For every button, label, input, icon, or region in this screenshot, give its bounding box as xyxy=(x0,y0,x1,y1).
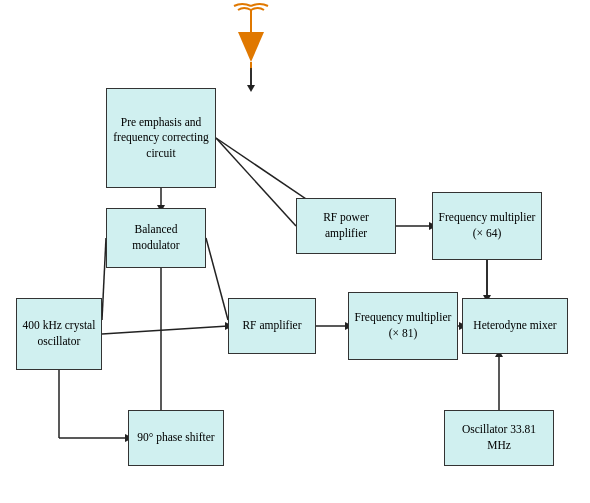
oscillator-block: Oscillator 33.81 MHz xyxy=(444,410,554,466)
freq-mult-64-block: Frequency multiplier (× 64) xyxy=(432,192,542,260)
svg-line-7 xyxy=(216,138,296,226)
rf-power-amplifier-block: RF power amplifier xyxy=(296,198,396,254)
crystal-oscillator-block: 400 kHz crystal oscillator xyxy=(16,298,102,370)
svg-marker-1 xyxy=(238,32,264,62)
svg-marker-4 xyxy=(247,85,255,92)
svg-line-15 xyxy=(206,238,228,320)
heterodyne-mixer-block: Heterodyne mixer xyxy=(462,298,568,354)
balanced-modulator-block: Balanced modulator xyxy=(106,208,206,268)
rf-amplifier-block: RF amplifier xyxy=(228,298,316,354)
antenna-icon xyxy=(226,2,276,70)
block-diagram: Pre emphasis and frequency correcting ci… xyxy=(0,0,590,503)
phase-shifter-block: 90° phase shifter xyxy=(128,410,224,466)
svg-line-12 xyxy=(102,326,228,334)
pre-emphasis-block: Pre emphasis and frequency correcting ci… xyxy=(106,88,216,188)
freq-mult-81-block: Frequency multiplier (× 81) xyxy=(348,292,458,360)
